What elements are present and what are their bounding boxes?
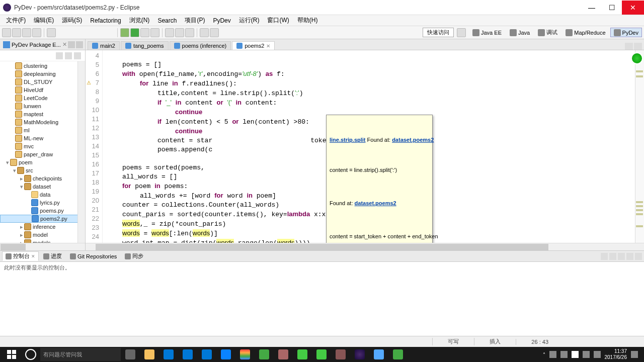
open-console-icon[interactable] xyxy=(618,253,625,260)
perspective-button[interactable]: 调试 xyxy=(534,28,561,37)
outline-icon[interactable] xyxy=(185,28,194,37)
new-py-icon[interactable] xyxy=(165,28,174,37)
save-all-icon[interactable] xyxy=(22,28,31,37)
tree-item[interactable]: poems.py xyxy=(0,207,85,215)
minimize-view-icon[interactable] xyxy=(68,41,75,48)
quick-access-input[interactable]: 快速访问 xyxy=(423,28,454,37)
print-icon[interactable] xyxy=(32,28,41,37)
tooltip-symbol-link[interactable]: line.strip.split xyxy=(330,137,366,143)
tray-icon[interactable] xyxy=(549,351,556,358)
bottom-tab[interactable]: 同步 xyxy=(121,251,147,261)
taskbar-app[interactable] xyxy=(331,347,350,361)
tree-item[interactable]: paper_draw xyxy=(0,150,85,158)
menu-item[interactable]: 浏览(N) xyxy=(125,15,154,26)
perspective-button[interactable]: PyDev xyxy=(610,28,642,37)
taskbar-eclipse[interactable] xyxy=(350,347,369,361)
taskbar-app[interactable] xyxy=(293,347,312,361)
menu-item[interactable]: 窗口(W) xyxy=(263,15,293,26)
max-console-icon[interactable] xyxy=(635,253,642,260)
tree-item[interactable]: ▸models xyxy=(0,239,85,243)
tray-icon[interactable] xyxy=(560,351,568,358)
taskbar-app[interactable] xyxy=(312,347,331,361)
run-last-icon[interactable] xyxy=(47,28,56,37)
min-editor-icon[interactable] xyxy=(625,43,633,50)
cortana-button[interactable] xyxy=(21,347,40,361)
menu-item[interactable]: Refactoring xyxy=(86,16,125,25)
taskbar-app[interactable] xyxy=(255,347,274,361)
tree-item[interactable]: deeplearning xyxy=(0,70,85,78)
overview-ruler[interactable] xyxy=(635,50,644,243)
tray-volume-icon[interactable] xyxy=(594,351,601,358)
tray-chevron-icon[interactable]: ˄ xyxy=(543,352,545,357)
tree-item[interactable]: ▸model xyxy=(0,231,85,239)
system-tray[interactable]: ˄ 11:372017/6/26 xyxy=(543,348,642,360)
tree-item[interactable]: lunwen xyxy=(0,102,85,110)
tree-item[interactable]: data xyxy=(0,191,85,199)
menu-item[interactable]: 编辑(E) xyxy=(30,15,58,26)
menu-item[interactable]: Search xyxy=(153,16,181,25)
tray-notifications-icon[interactable] xyxy=(631,351,638,358)
tree-item[interactable]: HiveUdf xyxy=(0,86,85,94)
editor-tab[interactable]: poems2✕ xyxy=(232,41,275,50)
tree-item[interactable]: ▾src xyxy=(0,166,85,174)
forward-icon[interactable] xyxy=(210,28,219,37)
project-tree[interactable]: clusteringdeeplearningDL_STUDYHiveUdfLee… xyxy=(0,61,85,243)
taskbar-app[interactable] xyxy=(159,347,178,361)
taskbar-app[interactable] xyxy=(235,347,255,361)
taskbar-app[interactable] xyxy=(388,347,408,361)
tree-item[interactable]: DL_STUDY xyxy=(0,78,85,86)
new-icon[interactable] xyxy=(2,28,11,37)
taskbar-app[interactable] xyxy=(274,347,293,361)
tree-item[interactable]: ▸checkpoints xyxy=(0,174,85,183)
tree-item[interactable]: ▾poem xyxy=(0,158,85,166)
pin-console-icon[interactable] xyxy=(601,253,608,260)
taskbar-app[interactable] xyxy=(216,347,235,361)
tree-item[interactable]: clustering xyxy=(0,62,85,70)
menu-item[interactable]: 源码(S) xyxy=(58,15,86,26)
maximize-button[interactable]: ☐ xyxy=(602,1,622,15)
bottom-tab[interactable]: 控制台 ✕ xyxy=(2,251,39,261)
bottom-tab[interactable]: 进度 xyxy=(40,251,65,261)
taskbar-app[interactable] xyxy=(140,347,159,361)
run-icon[interactable] xyxy=(130,28,139,37)
minimize-button[interactable]: — xyxy=(582,1,602,15)
tree-item[interactable]: lyrics.py xyxy=(0,199,85,207)
link-editor-icon[interactable] xyxy=(65,52,72,59)
menu-item[interactable]: PyDev xyxy=(209,16,234,25)
editor-tab[interactable]: tang_poems xyxy=(121,41,169,50)
tree-item[interactable]: LeetCode xyxy=(0,94,85,102)
back-icon[interactable] xyxy=(200,28,209,37)
ext-tools-icon[interactable] xyxy=(150,28,159,37)
tray-network-icon[interactable] xyxy=(583,351,590,358)
hover-tooltip[interactable]: line.strip.split Found at: dataset.poems… xyxy=(326,115,433,243)
tree-item[interactable]: MathModeling xyxy=(0,118,85,126)
taskbar-search[interactable]: 有问题尽管问我 xyxy=(40,348,121,361)
tree-item[interactable]: ML-new xyxy=(0,134,85,142)
close-button[interactable]: ✕ xyxy=(622,1,644,15)
perspective-button[interactable]: Map/Reduce xyxy=(562,28,609,37)
close-view-icon[interactable]: ✕ xyxy=(62,41,67,48)
debug-icon[interactable] xyxy=(120,28,129,37)
tree-item[interactable]: poems2.py xyxy=(0,215,85,223)
tree-hscrollbar[interactable] xyxy=(0,243,85,250)
taskbar-app[interactable] xyxy=(178,347,197,361)
taskbar-app[interactable] xyxy=(197,347,216,361)
taskbar-app[interactable] xyxy=(369,347,388,361)
perspective-button[interactable]: Java xyxy=(506,28,533,37)
editor-tab[interactable]: poems (inference) xyxy=(170,41,231,50)
collapse-all-icon[interactable] xyxy=(56,52,63,59)
tree-item[interactable]: ▸inference xyxy=(0,223,85,231)
editor-hscrollbar[interactable] xyxy=(86,243,644,250)
tree-item[interactable]: maptest xyxy=(0,110,85,118)
tooltip-location2-link[interactable]: dataset.poems2 xyxy=(355,200,396,206)
tray-ime-icon[interactable] xyxy=(572,351,579,358)
display-console-icon[interactable] xyxy=(609,253,616,260)
max-editor-icon[interactable] xyxy=(634,43,642,50)
open-perspective-icon[interactable] xyxy=(457,28,466,37)
perspective-button[interactable]: Java EE xyxy=(469,28,505,37)
menu-item[interactable]: 文件(F) xyxy=(2,15,30,26)
editor-tab[interactable]: main2 xyxy=(88,41,120,50)
task-view-button[interactable] xyxy=(121,347,140,361)
tree-item[interactable]: ▾dataset xyxy=(0,183,85,191)
search-icon[interactable] xyxy=(175,28,184,37)
